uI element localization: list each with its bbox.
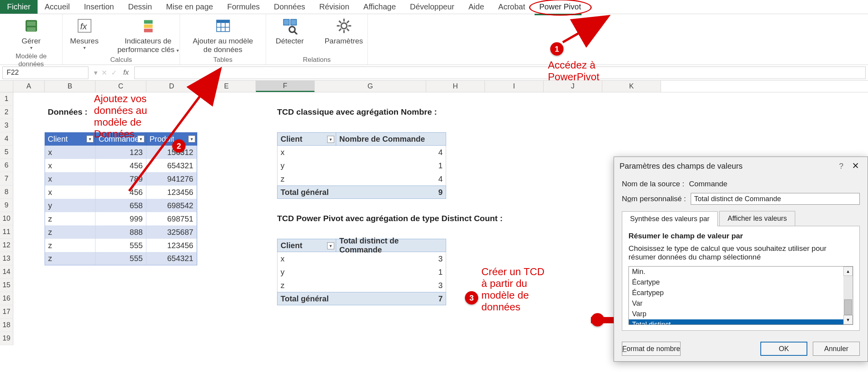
- table-row[interactable]: y658698542: [45, 199, 197, 212]
- col-F[interactable]: F: [256, 81, 315, 92]
- table-row[interactable]: z555654321: [45, 252, 197, 265]
- pivot-row[interactable]: y1: [277, 159, 446, 172]
- dropdown-icon[interactable]: ▾: [94, 68, 97, 77]
- row-9[interactable]: 9: [0, 199, 13, 212]
- col-D[interactable]: D: [146, 81, 197, 92]
- table-row[interactable]: z999698751: [45, 212, 197, 225]
- custom-name-input[interactable]: Total distinct de Commande: [691, 193, 860, 205]
- col-C[interactable]: C: [95, 81, 146, 92]
- aggregation-option[interactable]: Écartype: [629, 277, 843, 288]
- row-2[interactable]: 2: [0, 106, 13, 119]
- row-19[interactable]: 19: [0, 332, 13, 345]
- col-header-produit[interactable]: Produit▼: [146, 132, 197, 146]
- pivot-value: 1: [336, 159, 446, 172]
- tab-revision[interactable]: Révision: [312, 0, 357, 14]
- row-16[interactable]: 16: [0, 292, 13, 305]
- col-B[interactable]: B: [45, 81, 95, 92]
- row-3[interactable]: 3: [0, 119, 13, 132]
- col-G[interactable]: G: [315, 81, 426, 92]
- row-7[interactable]: 7: [0, 172, 13, 186]
- col-header-commande[interactable]: Commande▼: [95, 132, 146, 146]
- tab-affichage[interactable]: Affichage: [357, 0, 403, 14]
- tab-dessin[interactable]: Dessin: [121, 0, 159, 14]
- tab-donnees[interactable]: Données: [267, 0, 312, 14]
- cancel-button[interactable]: Annuler: [813, 342, 860, 356]
- tab-mise-en-page[interactable]: Mise en page: [159, 0, 220, 14]
- row-13[interactable]: 13: [0, 252, 13, 265]
- pivot-row[interactable]: y1: [277, 265, 446, 279]
- tab-accueil[interactable]: Accueil: [38, 0, 77, 14]
- filter-dropdown-icon[interactable]: ▼: [327, 242, 334, 249]
- name-box[interactable]: F22: [2, 67, 88, 79]
- row-4[interactable]: 4: [0, 132, 13, 146]
- gear-icon: [335, 17, 353, 34]
- ajouter-modele-button[interactable]: Ajouter au modèle de données: [184, 16, 262, 54]
- filter-dropdown-icon[interactable]: ▼: [188, 135, 195, 142]
- col-header-client[interactable]: Client▼: [45, 132, 95, 146]
- pivot-row[interactable]: x3: [277, 252, 446, 265]
- table-row[interactable]: z555123456: [45, 239, 197, 252]
- fx-icon[interactable]: fx: [121, 68, 131, 77]
- row-14[interactable]: 14: [0, 265, 13, 279]
- formula-bar[interactable]: [134, 67, 866, 79]
- kpi-button[interactable]: Indicateurs de performance clés ▾: [115, 16, 182, 54]
- row-15[interactable]: 15: [0, 279, 13, 292]
- col-E[interactable]: E: [197, 81, 256, 92]
- aggregation-option[interactable]: Min.: [629, 267, 843, 277]
- filter-dropdown-icon[interactable]: ▼: [86, 135, 94, 142]
- tab-formules[interactable]: Formules: [220, 0, 267, 14]
- aggregation-option[interactable]: Varp: [629, 309, 843, 319]
- col-A[interactable]: A: [13, 81, 45, 92]
- scroll-thumb[interactable]: [844, 299, 852, 315]
- row-18[interactable]: 18: [0, 319, 13, 332]
- tab-insertion[interactable]: Insertion: [77, 0, 121, 14]
- col-I[interactable]: I: [485, 81, 544, 92]
- cancel-icon[interactable]: ✕: [101, 68, 107, 77]
- row-8[interactable]: 8: [0, 186, 13, 199]
- row-10[interactable]: 10: [0, 212, 13, 225]
- scroll-up-icon[interactable]: ▲: [843, 267, 853, 276]
- ok-button[interactable]: OK: [760, 342, 807, 356]
- number-format-button[interactable]: Format de nombre: [622, 342, 681, 356]
- select-all-corner[interactable]: [0, 81, 13, 92]
- row-6[interactable]: 6: [0, 159, 13, 172]
- tab-acrobat[interactable]: Acrobat: [491, 0, 532, 14]
- col-J[interactable]: J: [544, 81, 602, 92]
- pvt1-header-client[interactable]: Client▼: [277, 133, 336, 145]
- gerer-button[interactable]: Gérer ▾: [8, 16, 55, 51]
- pivot-row[interactable]: z4: [277, 172, 446, 186]
- col-K[interactable]: K: [602, 81, 661, 92]
- pivot-row[interactable]: x4: [277, 146, 446, 159]
- col-H[interactable]: H: [426, 81, 485, 92]
- detecter-button[interactable]: Détecter: [267, 16, 313, 45]
- filter-dropdown-icon[interactable]: ▼: [327, 136, 334, 143]
- accept-icon[interactable]: ✓: [111, 68, 117, 77]
- mesures-button[interactable]: fx Mesures ▾: [61, 16, 108, 51]
- row-11[interactable]: 11: [0, 225, 13, 239]
- filter-dropdown-icon[interactable]: ▼: [137, 135, 144, 142]
- pvt2-header-client[interactable]: Client▼: [277, 239, 336, 252]
- row-17[interactable]: 17: [0, 305, 13, 319]
- scroll-down-icon[interactable]: ▼: [843, 315, 853, 324]
- row-12[interactable]: 12: [0, 239, 13, 252]
- table-row[interactable]: x789941276: [45, 172, 197, 186]
- table-row[interactable]: x456654321: [45, 159, 197, 172]
- row-1[interactable]: 1: [0, 92, 13, 106]
- tab-aide[interactable]: Aide: [461, 0, 491, 14]
- table-row[interactable]: x456123456: [45, 186, 197, 199]
- help-button[interactable]: ?: [834, 162, 849, 171]
- table-row[interactable]: z888325687: [45, 225, 197, 239]
- pivot-row[interactable]: z3: [277, 279, 446, 292]
- aggregation-option[interactable]: Var: [629, 298, 843, 309]
- aggregation-option[interactable]: Total distinct: [629, 319, 843, 324]
- parametres-button[interactable]: Paramètres: [321, 16, 367, 45]
- tab-summarize-by[interactable]: Synthèse des valeurs par: [622, 211, 718, 226]
- tab-power-pivot[interactable]: Power Pivot: [532, 0, 588, 14]
- scrollbar[interactable]: ▲ ▼: [843, 267, 853, 324]
- aggregation-option[interactable]: Écartypep: [629, 288, 843, 298]
- tab-show-values-as[interactable]: Afficher les valeurs: [719, 211, 795, 226]
- close-icon[interactable]: ✕: [849, 161, 862, 171]
- tab-fichier[interactable]: Fichier: [0, 0, 38, 14]
- tab-developpeur[interactable]: Développeur: [403, 0, 461, 14]
- row-5[interactable]: 5: [0, 146, 13, 159]
